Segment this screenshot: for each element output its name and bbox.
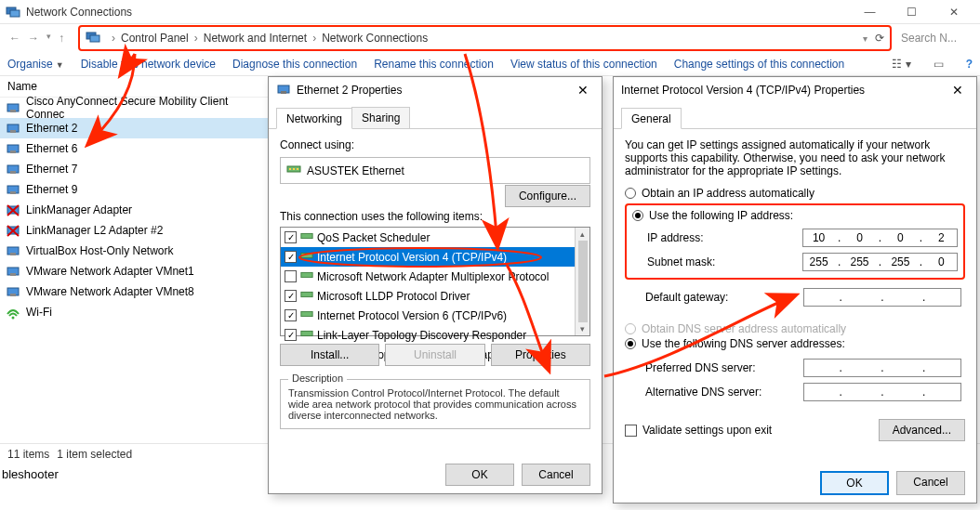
list-item-label: LinkManager Adapter	[26, 203, 132, 216]
configure-button[interactable]: Configure...	[505, 185, 590, 207]
list-item-label: LinkManager L2 Adapter #2	[26, 224, 163, 237]
protocol-icon	[300, 288, 313, 304]
radio-use-dns[interactable]: Use the following DNS server addresses:	[625, 337, 965, 350]
preferred-dns-input[interactable]: ...	[803, 359, 961, 377]
alternative-dns-label: Alternative DNS server:	[645, 386, 803, 399]
properties-button[interactable]: Properties	[491, 344, 590, 366]
adapter-name: ASUSTEK Ethernet	[307, 164, 404, 177]
svg-rect-31	[293, 168, 295, 170]
description-text: Transmission Control Protocol/Internet P…	[288, 387, 576, 421]
protocol-item[interactable]: Microsoft Network Adapter Multiplexor Pr…	[281, 267, 575, 286]
dialog-tabs: General	[614, 103, 976, 129]
radio-obtain-ip[interactable]: Obtain an IP address automatically	[625, 187, 965, 200]
subnet-mask-label: Subnet mask:	[647, 255, 802, 268]
list-item[interactable]: VMware Network Adapter VMnet8	[0, 281, 273, 302]
ip-address-input[interactable]: 10.0.0.2	[802, 229, 958, 247]
scroll-up-icon[interactable]: ▴	[580, 229, 585, 239]
list-item[interactable]: Ethernet 7	[0, 159, 273, 179]
adapter-icon	[6, 243, 20, 258]
list-item[interactable]: LinkManager Adapter	[0, 200, 273, 220]
tab-general[interactable]: General	[621, 108, 682, 129]
breadcrumb-control-panel[interactable]: Control Panel	[121, 32, 189, 45]
list-item-label: VMware Network Adapter VMnet8	[26, 285, 194, 298]
adapter-icon	[6, 182, 20, 197]
breadcrumb-bar: ← → ▾ ↑ › Control Panel › Network and In…	[0, 24, 980, 52]
close-icon[interactable]: ✕	[572, 83, 594, 98]
help-button[interactable]: ?	[966, 58, 973, 71]
change-settings-button[interactable]: Change settings of this connection	[674, 58, 844, 71]
cancel-button[interactable]: Cancel	[896, 471, 965, 495]
protocol-item[interactable]: ✓ QoS Packet Scheduler	[281, 228, 575, 247]
svg-rect-37	[301, 311, 312, 316]
svg-rect-11	[10, 171, 16, 174]
search-box[interactable]: Search N...	[901, 32, 957, 45]
view-options-button[interactable]: ☷ ▾	[892, 58, 910, 71]
command-toolbar: Organise▼ Disable this network device Di…	[0, 52, 980, 76]
organise-menu[interactable]: Organise▼	[7, 58, 64, 71]
maximize-button[interactable]: ☐	[891, 2, 933, 22]
checkbox[interactable]: ✓	[285, 309, 297, 321]
nav-back-icon[interactable]: ←	[9, 32, 20, 45]
dialog-tabs: Networking Sharing	[269, 103, 602, 129]
list-item-label: Ethernet 2	[26, 122, 77, 135]
svg-rect-5	[10, 110, 16, 112]
protocol-listbox[interactable]: ✓ QoS Packet Scheduler✓ Internet Protoco…	[280, 227, 590, 336]
list-item-label: VMware Network Adapter VMnet1	[26, 265, 194, 278]
install-button[interactable]: Install...	[280, 344, 379, 366]
list-item-label: Ethernet 9	[26, 183, 77, 196]
view-status-button[interactable]: View status of this connection	[510, 58, 657, 71]
protocol-item[interactable]: ✓ Microsoft LLDP Protocol Driver	[281, 286, 575, 306]
radio-use-ip[interactable]: Use the following IP address:	[632, 209, 958, 222]
breadcrumb-network-connections[interactable]: Network Connections	[322, 32, 428, 45]
scroll-down-icon[interactable]: ▾	[580, 324, 585, 333]
checkbox[interactable]: ✓	[285, 231, 297, 243]
checkbox[interactable]: ✓	[285, 290, 297, 302]
checkbox[interactable]	[285, 270, 297, 282]
list-item[interactable]: VirtualBox Host-Only Network	[0, 241, 273, 261]
tab-sharing[interactable]: Sharing	[351, 107, 410, 128]
checkbox[interactable]: ✓	[285, 251, 297, 263]
protocol-item[interactable]: ✓ Internet Protocol Version 4 (TCP/IPv4)	[281, 247, 575, 267]
ok-button[interactable]: OK	[445, 464, 514, 486]
svg-rect-1	[10, 10, 20, 17]
list-item[interactable]: VMware Network Adapter VMnet1	[0, 261, 273, 281]
preview-pane-button[interactable]: ▭	[934, 58, 944, 71]
breadcrumb-network-internet[interactable]: Network and Internet	[204, 32, 307, 45]
default-gateway-input[interactable]: ...	[803, 288, 961, 307]
adapter-icon	[6, 284, 20, 299]
refresh-icon[interactable]: ⟳	[875, 32, 884, 45]
protocol-item[interactable]: ✓ Internet Protocol Version 6 (TCP/IPv6)	[281, 306, 575, 325]
validate-checkbox[interactable]	[625, 425, 637, 437]
dialog-title: Ethernet 2 Properties	[297, 84, 402, 97]
ok-button[interactable]: OK	[820, 471, 889, 495]
disable-device-button[interactable]: Disable this network device	[81, 58, 216, 71]
description-box: Description Transmission Control Protoco…	[280, 379, 590, 429]
tab-networking[interactable]: Networking	[276, 108, 352, 129]
alternative-dns-input[interactable]: ...	[803, 383, 961, 401]
checkbox[interactable]: ✓	[285, 329, 297, 341]
close-icon[interactable]: ✕	[947, 83, 969, 98]
subnet-mask-input[interactable]: 255.255.255.0	[802, 253, 958, 271]
nav-up-icon[interactable]: ↑	[59, 32, 64, 45]
protocol-item[interactable]: ✓ Link-Layer Topology Discovery Responde…	[281, 325, 575, 345]
radio-obtain-dns: Obtain DNS server address automatically	[625, 322, 965, 335]
protocol-icon	[300, 268, 313, 284]
list-item[interactable]: Cisco AnyConnect Secure Mobility Client …	[0, 98, 273, 118]
rename-connection-button[interactable]: Rename this connection	[374, 58, 494, 71]
nav-forward-icon[interactable]: →	[28, 32, 39, 45]
advanced-button[interactable]: Advanced...	[879, 419, 965, 441]
cancel-button[interactable]: Cancel	[522, 464, 590, 486]
diagnose-connection-button[interactable]: Diagnose this connection	[232, 58, 357, 71]
chevron-right-icon: ›	[112, 32, 115, 45]
close-button[interactable]: ✕	[933, 2, 974, 22]
svg-rect-33	[301, 233, 312, 238]
list-item[interactable]: LinkManager L2 Adapter #2	[0, 220, 273, 241]
list-item[interactable]: Ethernet 9	[0, 179, 273, 200]
list-item[interactable]: Wi-Fi	[0, 302, 273, 322]
scrollbar[interactable]: ▴ ▾	[575, 228, 589, 335]
list-item[interactable]: Ethernet 6	[0, 138, 273, 159]
window-title: Network Connections	[26, 6, 849, 19]
list-item[interactable]: Ethernet 2	[0, 118, 273, 138]
chevron-right-icon: ›	[312, 32, 316, 45]
minimize-button[interactable]: —	[849, 2, 891, 22]
